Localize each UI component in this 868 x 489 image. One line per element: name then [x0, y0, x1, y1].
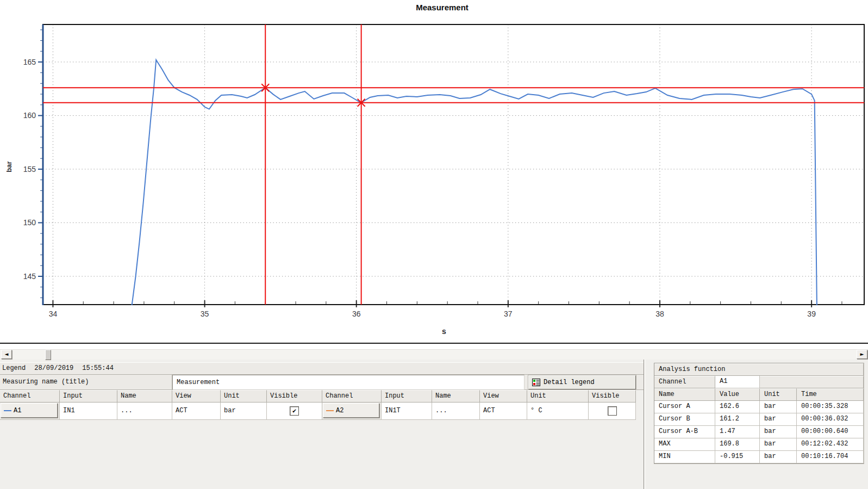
analysis-row-time: 00:00:35.328 — [797, 401, 864, 413]
chart-area[interactable]: Measurement bar s 1451501551601653435363… — [0, 0, 868, 343]
analysis-row-time: 00:12:02.432 — [797, 438, 864, 451]
visible-cell-a1: ✔ — [267, 403, 322, 420]
left-arrow-icon: ◄ — [5, 351, 9, 357]
visible-checkbox-a1[interactable]: ✔ — [290, 406, 299, 416]
channel-a1-label: A1 — [14, 407, 21, 414]
view-cell-a1[interactable]: ACT — [172, 403, 221, 420]
analysis-row-name: Cursor A-B — [654, 426, 715, 438]
input-cell-a1[interactable]: IN1 — [60, 403, 117, 420]
analysis-row-time: 00:00:00.640 — [797, 426, 864, 438]
x-tick-label: 34 — [49, 310, 58, 318]
column-header-unit: Unit — [221, 390, 267, 403]
scroll-right-button[interactable]: ► — [857, 350, 867, 359]
spacer — [760, 376, 864, 388]
right-arrow-icon: ► — [860, 351, 864, 357]
analysis-header-value: Value — [715, 388, 760, 401]
analysis-row-name: MIN — [654, 451, 715, 463]
measuring-name-field[interactable]: Measurement — [172, 375, 524, 390]
detail-legend-button[interactable]: Detail legend — [528, 375, 636, 389]
analysis-channel-label: Channel — [654, 376, 715, 388]
analysis-title: Analysis function — [654, 363, 864, 376]
analysis-panel: Analysis function Channel A1 Name Value … — [654, 363, 864, 464]
x-tick-label: 35 — [201, 310, 209, 318]
x-tick-label: 37 — [504, 310, 513, 318]
detail-legend-icon — [532, 378, 541, 387]
analysis-row-unit: bar — [760, 438, 797, 451]
analysis-row-value: 162.6 — [715, 401, 760, 413]
column-header-name: Name — [117, 390, 172, 403]
analysis-row-name: Cursor A — [654, 401, 715, 413]
analysis-row-value: 1.47 — [715, 426, 760, 438]
channel-cell-a2: A2 — [322, 403, 382, 420]
analysis-row-time: 00:00:36.032 — [797, 413, 864, 426]
channel-a2-button[interactable]: A2 — [323, 403, 379, 418]
analysis-header-name: Name — [654, 388, 715, 401]
scroll-left-button[interactable]: ◄ — [1, 350, 12, 359]
analysis-header-time: Time — [797, 388, 864, 401]
x-tick-label: 38 — [655, 310, 664, 318]
check-icon: ✔ — [292, 408, 296, 414]
input-cell-a2[interactable]: IN1T — [382, 403, 432, 420]
unit-cell-a1[interactable]: bar — [221, 403, 267, 420]
column-header-input: Input — [60, 390, 117, 403]
scrollbar-thumb[interactable] — [45, 350, 51, 360]
y-tick-label: 160 — [23, 111, 36, 120]
column-header-view: View — [172, 390, 221, 403]
channel-cell-a1: A1 — [0, 403, 60, 420]
column-header-view-2: View — [480, 390, 527, 403]
y-tick-label: 165 — [23, 58, 36, 66]
chart-canvas[interactable]: 145150155160165343536373839 — [0, 0, 868, 342]
y-tick-label: 150 — [23, 218, 36, 227]
analysis-row-value: -0.915 — [715, 451, 760, 463]
legend-title: Legend — [2, 364, 26, 372]
column-header-visible: Visible — [267, 390, 322, 403]
column-header-visible-2: Visible — [589, 390, 636, 403]
series-line-a1 — [132, 60, 817, 305]
legend-titlebar: Legend28/09/201915:55:44 — [0, 362, 645, 375]
chart-horizontal-scrollbar[interactable]: ◄ ► — [0, 349, 868, 360]
column-header-channel: Channel — [0, 390, 60, 403]
analysis-header-unit: Unit — [760, 388, 797, 401]
analysis-row-value: 161.2 — [715, 413, 760, 426]
column-header-unit-2: Unit — [527, 390, 589, 403]
panel-splitter[interactable] — [644, 360, 646, 489]
channel-a1-color-swatch — [4, 410, 11, 411]
y-tick-label: 145 — [23, 272, 36, 281]
column-header-channel-2: Channel — [322, 390, 382, 403]
bottom-panel: ◄ ► Legend28/09/201915:55:44 Measuring n… — [0, 344, 868, 489]
analysis-row-unit: bar — [760, 426, 797, 438]
spacer — [0, 344, 868, 349]
column-header-input-2: Input — [382, 390, 432, 403]
unit-cell-a2[interactable]: ° C — [527, 403, 589, 420]
app-window: Measurement bar s 1451501551601653435363… — [0, 0, 868, 489]
analysis-row-value: 169.8 — [715, 438, 760, 451]
channel-a1-button[interactable]: A1 — [1, 403, 58, 418]
visible-checkbox-a2[interactable]: ✔ — [608, 406, 617, 416]
detail-legend-label: Detail legend — [544, 379, 595, 386]
name-cell-a1[interactable]: ... — [117, 403, 172, 420]
analysis-row-time: 00:10:16.704 — [797, 451, 864, 463]
x-tick-label: 36 — [352, 310, 361, 318]
measuring-name-row: Measuring name (title) Measurement Detai… — [0, 375, 645, 390]
analysis-row-unit: bar — [760, 413, 797, 426]
legend-panel: Legend28/09/201915:55:44 Measuring name … — [0, 362, 645, 489]
channel-a2-color-swatch — [326, 410, 334, 411]
column-header-name-2: Name — [432, 390, 480, 403]
analysis-channel-value[interactable]: A1 — [715, 376, 760, 388]
legend-time: 15:55:44 — [82, 364, 114, 372]
name-cell-a2[interactable]: ... — [432, 403, 480, 420]
measuring-name-label: Measuring name (title) — [0, 375, 172, 390]
analysis-row-unit: bar — [760, 451, 797, 463]
analysis-row-name: Cursor B — [654, 413, 715, 426]
x-tick-label: 39 — [807, 310, 816, 318]
legend-date: 28/09/2019 — [34, 364, 73, 372]
legend-table: Channel Input Name View Unit Visible Cha… — [0, 390, 636, 420]
analysis-row-name: MAX — [654, 438, 715, 451]
analysis-row-unit: bar — [760, 401, 797, 413]
channel-a2-label: A2 — [336, 407, 344, 414]
y-tick-label: 155 — [23, 165, 36, 174]
view-cell-a2[interactable]: ACT — [480, 403, 527, 420]
visible-cell-a2: ✔ — [589, 403, 636, 420]
